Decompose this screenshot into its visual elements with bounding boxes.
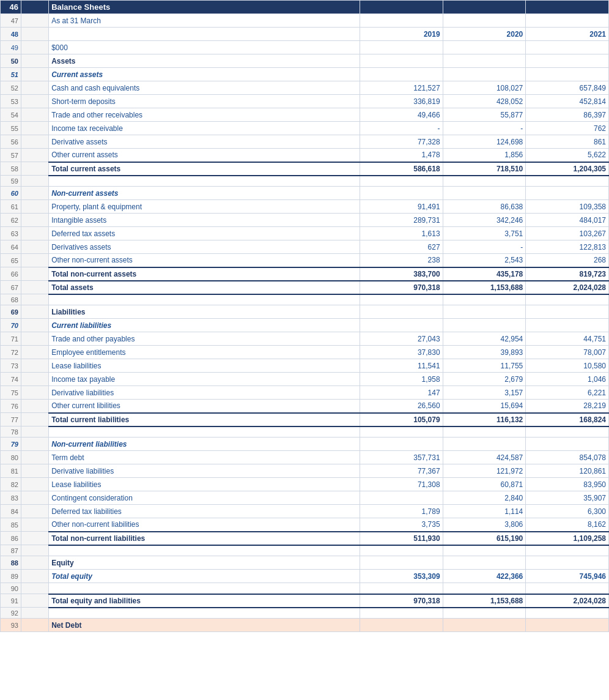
- deferred-tax-liabilities: Deferred tax liabilities: [49, 505, 360, 518]
- income-tax-receivable: Income tax receivable: [49, 122, 360, 135]
- row-88: 88 Equity: [1, 556, 609, 570]
- other-current-assets: Other current assets: [49, 149, 360, 162]
- total-current-assets: Total current assets: [49, 162, 360, 176]
- row-65: 65 Other non-current assets 238 2,543 26…: [1, 254, 609, 267]
- row-69: 69 Liabilities: [1, 305, 609, 319]
- row-76: 76 Other current libilities 26,560 15,69…: [1, 400, 609, 413]
- intangible-assets: Intangible assets: [49, 214, 360, 227]
- row-57: 57 Other current assets 1,478 1,856 5,62…: [1, 149, 609, 162]
- cash-equivalents: Cash and cash equivalents: [49, 81, 360, 95]
- row-46: 46 Balance Sheets: [1, 1, 609, 14]
- row-54: 54 Trade and other receivables 49,466 55…: [1, 108, 609, 122]
- as-at-31-march: As at 31 March: [49, 14, 360, 28]
- header-2019: [360, 1, 443, 14]
- row-56: 56 Derivative assets 77,328 124,698 861: [1, 135, 609, 149]
- row-90: 90: [1, 583, 609, 594]
- row-75: 75 Derivative liabilities 147 3,157 6,22…: [1, 386, 609, 400]
- row-49: 49 $000: [1, 41, 609, 54]
- row-83: 83 Contingent consideration 2,840 35,907: [1, 491, 609, 505]
- lease-liabilities-noncurrent: Lease liabilities: [49, 478, 360, 491]
- row-84: 84 Deferred tax liabilities 1,789 1,114 …: [1, 505, 609, 518]
- row-67: 67 Total assets 970,318 1,153,688 2,024,…: [1, 281, 609, 294]
- header-2020: [443, 1, 526, 14]
- row-59: 59: [1, 176, 609, 187]
- non-current-liabilities-label: Non-current liabilities: [49, 438, 360, 451]
- row-70: 70 Current liabilities: [1, 319, 609, 332]
- row-66: 66 Total non-current assets 383,700 435,…: [1, 267, 609, 281]
- row-64: 64 Derivatives assets 627 - 122,813: [1, 240, 609, 254]
- equity-label: Equity: [49, 556, 360, 570]
- total-current-liabilities: Total current liabilities: [49, 413, 360, 426]
- contingent-consideration: Contingent consideration: [49, 491, 360, 505]
- row-55: 55 Income tax receivable - - 762: [1, 122, 609, 135]
- col-a-46: [21, 1, 48, 14]
- units-label: $000: [49, 41, 360, 54]
- row-91: 91 Total equity and liabilities 970,318 …: [1, 594, 609, 608]
- row-num-46: 46: [1, 1, 21, 14]
- other-current-liabilities: Other current libilities: [49, 400, 360, 413]
- current-assets-label: Current assets: [49, 68, 360, 81]
- row-89: 89 Total equity 353,309 422,366 745,946: [1, 570, 609, 583]
- row-50: 50 Assets: [1, 54, 609, 68]
- col-a-47: [21, 14, 48, 28]
- row-61: 61 Property, plant & equipment 91,491 86…: [1, 200, 609, 214]
- total-noncurrent-liabilities: Total non-current liabilities: [49, 532, 360, 545]
- row-num-47: 47: [1, 14, 21, 28]
- income-tax-payable: Income tax payable: [49, 373, 360, 386]
- row-53: 53 Short-term deposits 336,819 428,052 4…: [1, 95, 609, 108]
- row-num-48: 48: [1, 28, 21, 41]
- non-current-assets-label: Non-current assets: [49, 187, 360, 200]
- liabilities-label: Liabilities: [49, 305, 360, 319]
- trade-receivables: Trade and other receivables: [49, 108, 360, 122]
- year-2019: 2019: [360, 28, 443, 41]
- year-2021: 2021: [526, 28, 609, 41]
- balance-sheets-header: Balance Sheets: [49, 1, 360, 14]
- assets-label: Assets: [49, 54, 360, 68]
- row-81: 81 Derivative liabilities 77,367 121,972…: [1, 464, 609, 478]
- row-82: 82 Lease liabilities 71,308 60,871 83,95…: [1, 478, 609, 491]
- row-63: 63 Deferred tax assets 1,613 3,751 103,2…: [1, 227, 609, 240]
- row-87: 87: [1, 545, 609, 556]
- row-79: 79 Non-current liabilities: [1, 438, 609, 451]
- header-2021: [526, 1, 609, 14]
- row-52: 52 Cash and cash equivalents 121,527 108…: [1, 81, 609, 95]
- row-74: 74 Income tax payable 1,958 2,679 1,046: [1, 373, 609, 386]
- derivative-liabilities-current: Derivative liabilities: [49, 386, 360, 400]
- other-non-current-assets: Other non-current assets: [49, 254, 360, 267]
- row-68: 68: [1, 294, 609, 305]
- row-80: 80 Term debt 357,731 424,587 854,078: [1, 451, 609, 464]
- row-60: 60 Non-current assets: [1, 187, 609, 200]
- row-92: 92: [1, 608, 609, 619]
- row-77: 77 Total current liabilities 105,079 116…: [1, 413, 609, 426]
- total-assets: Total assets: [49, 281, 360, 294]
- term-debt: Term debt: [49, 451, 360, 464]
- total-equity: Total equity: [49, 570, 360, 583]
- balance-sheet-table: 46 Balance Sheets 47 As at 31 March 48 2…: [0, 0, 609, 632]
- total-equity-liabilities: Total equity and liabilities: [49, 594, 360, 608]
- row-51: 51 Current assets: [1, 68, 609, 81]
- row-47: 47 As at 31 March: [1, 14, 609, 28]
- row-73: 73 Lease liabilities 11,541 11,755 10,58…: [1, 359, 609, 373]
- ppe: Property, plant & equipment: [49, 200, 360, 214]
- employee-entitlements: Employee entitlements: [49, 346, 360, 359]
- short-term-deposits: Short-term deposits: [49, 95, 360, 108]
- trade-payables: Trade and other payables: [49, 332, 360, 346]
- current-liabilities-label: Current liabilities: [49, 319, 360, 332]
- derivative-assets: Derivative assets: [49, 135, 360, 149]
- deferred-tax-assets: Deferred tax assets: [49, 227, 360, 240]
- row-71: 71 Trade and other payables 27,043 42,95…: [1, 332, 609, 346]
- row-62: 62 Intangible assets 289,731 342,246 484…: [1, 214, 609, 227]
- row-58: 58 Total current assets 586,618 718,510 …: [1, 162, 609, 176]
- row-86: 86 Total non-current liabilities 511,930…: [1, 532, 609, 545]
- row-78: 78: [1, 426, 609, 438]
- row-48: 48 2019 2020 2021: [1, 28, 609, 41]
- lease-liabilities-current: Lease liabilities: [49, 359, 360, 373]
- derivatives-assets: Derivatives assets: [49, 240, 360, 254]
- row-72: 72 Employee entitlements 37,830 39,893 7…: [1, 346, 609, 359]
- net-debt-label: Net Debt: [49, 619, 360, 632]
- row-85: 85 Other non-current liabilities 3,735 3…: [1, 518, 609, 532]
- total-non-current-assets: Total non-current assets: [49, 267, 360, 281]
- other-noncurrent-liabilities: Other non-current liabilities: [49, 518, 360, 532]
- row-93: 93 Net Debt: [1, 619, 609, 632]
- year-2020: 2020: [443, 28, 526, 41]
